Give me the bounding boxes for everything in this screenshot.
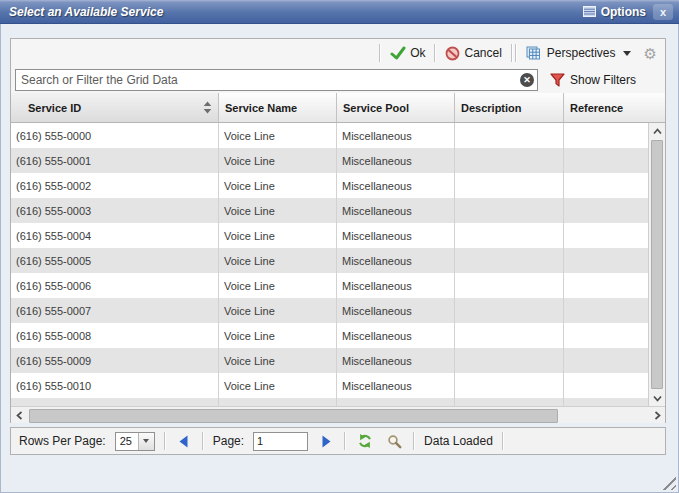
table-cell: Voice Line [219,373,337,398]
vertical-scrollbar[interactable] [648,123,665,406]
resize-grip[interactable] [661,475,676,490]
table-cell: (616) 555-0003 [11,198,219,223]
title-bar: Select an Available Service Options x [0,0,679,24]
options-button[interactable]: Options [583,5,646,19]
pager-separator [202,432,204,450]
table-cell: Miscellaneous [337,248,455,273]
ok-label: Ok [410,46,425,60]
filter-funnel-icon [550,73,565,87]
table-cell: Miscellaneous [337,298,455,323]
table-cell: Miscellaneous [337,198,455,223]
status-text: Data Loaded [424,434,493,448]
table-cell [564,373,648,398]
window-title: Select an Available Service [9,5,583,19]
vertical-scroll-thumb[interactable] [651,140,663,389]
show-filters-button[interactable]: Show Filters [550,73,636,87]
table-cell: (616) 555-0009 [11,348,219,373]
page-number-input[interactable] [253,432,308,451]
table-cell: Miscellaneous [337,273,455,298]
scroll-left-icon[interactable] [11,407,27,423]
previous-page-button[interactable] [175,432,193,450]
scroll-up-icon[interactable] [649,123,665,139]
column-header-reference[interactable]: Reference [564,93,665,122]
gear-icon[interactable]: ⚙ [644,46,657,61]
table-row[interactable]: (616) 555-0009Voice LineMiscellaneous [11,348,648,373]
rows-per-page-select[interactable]: 25 [115,432,155,451]
column-header-service-name[interactable]: Service Name [219,93,337,122]
column-header-service-pool[interactable]: Service Pool [337,93,455,122]
clear-search-icon[interactable]: ✕ [520,73,534,87]
table-row[interactable]: (616) 555-0000Voice LineMiscellaneous [11,123,648,148]
close-icon[interactable]: x [653,4,673,20]
search-input[interactable] [15,69,538,91]
refresh-icon[interactable] [355,432,375,450]
options-label: Options [601,5,646,19]
table-row[interactable]: (616) 555-0011Voice LineMiscellaneous [11,398,648,406]
ok-button[interactable]: Ok [387,44,428,62]
column-header-service-id[interactable]: Service ID [11,93,219,122]
pager-bar: Rows Per Page: 25 Page: Data Loaded [10,427,666,455]
table-cell: Voice Line [219,298,337,323]
table-cell [564,273,648,298]
table-row[interactable]: (616) 555-0006Voice LineMiscellaneous [11,273,648,298]
search-row: ✕ Show Filters [11,67,665,93]
search-icon[interactable] [384,432,404,450]
cancel-label: Cancel [464,46,501,60]
perspectives-icon [526,46,543,61]
table-cell: Voice Line [219,398,337,406]
table-cell: Miscellaneous [337,398,455,406]
table-cell: Voice Line [219,198,337,223]
table-row[interactable]: (616) 555-0004Voice LineMiscellaneous [11,223,648,248]
rows-per-page-label: Rows Per Page: [19,434,106,448]
chevron-down-icon [623,51,631,56]
cancel-button[interactable]: Cancel [442,44,504,63]
perspectives-button[interactable]: Perspectives [523,44,634,63]
table-cell [455,223,564,248]
table-cell [564,398,648,406]
table-row[interactable]: (616) 555-0005Voice LineMiscellaneous [11,248,648,273]
pager-separator [344,432,346,450]
table-cell [564,123,648,148]
dialog-window: { "window": { "title": "Select an Availa… [0,0,679,493]
pager-separator [164,432,166,450]
table-cell: (616) 555-0006 [11,273,219,298]
table-row[interactable]: (616) 555-0008Voice LineMiscellaneous [11,323,648,348]
toolbar-separator [515,44,517,62]
grid-header: Service ID Service Name Service Pool Des… [11,93,665,123]
column-label: Service Name [225,102,297,114]
table-cell: (616) 555-0011 [11,398,219,406]
table-cell: Miscellaneous [337,348,455,373]
show-filters-label: Show Filters [570,73,636,87]
table-cell: Voice Line [219,323,337,348]
column-label: Reference [570,102,623,114]
table-cell: Miscellaneous [337,148,455,173]
table-cell: (616) 555-0007 [11,298,219,323]
table-cell [455,398,564,406]
table-cell: Miscellaneous [337,173,455,198]
table-cell: (616) 555-0008 [11,323,219,348]
column-header-description[interactable]: Description [455,93,564,122]
table-cell: Voice Line [219,148,337,173]
toolbar-separator [434,44,436,62]
ok-check-icon [390,46,406,60]
scroll-down-icon[interactable] [649,390,665,406]
toolbar-separator [379,44,381,62]
table-cell [455,173,564,198]
horizontal-scrollbar[interactable] [11,406,665,423]
sort-icon[interactable] [203,101,212,114]
table-cell: (616) 555-0000 [11,123,219,148]
scroll-right-icon[interactable] [649,407,665,423]
table-cell [455,273,564,298]
grid-rows: (616) 555-0000Voice LineMiscellaneous(61… [11,123,648,406]
table-row[interactable]: (616) 555-0007Voice LineMiscellaneous [11,298,648,323]
table-row[interactable]: (616) 555-0010Voice LineMiscellaneous [11,373,648,398]
table-row[interactable]: (616) 555-0001Voice LineMiscellaneous [11,148,648,173]
table-row[interactable]: (616) 555-0003Voice LineMiscellaneous [11,198,648,223]
table-cell: Miscellaneous [337,223,455,248]
pager-separator [413,432,415,450]
horizontal-scroll-thumb[interactable] [29,409,558,423]
toolbar-separator [511,44,513,62]
perspectives-label: Perspectives [547,46,616,60]
next-page-button[interactable] [317,432,335,450]
table-row[interactable]: (616) 555-0002Voice LineMiscellaneous [11,173,648,198]
